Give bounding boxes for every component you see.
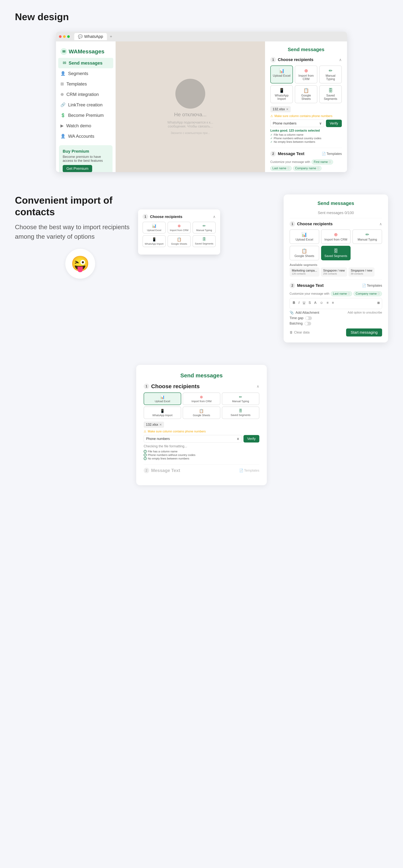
s3-step1-num-title: 1 Choose recipients xyxy=(144,383,199,390)
back-tag-last-name[interactable]: Last name ⓘ xyxy=(331,291,352,296)
segment-item-0[interactable]: Marketing campa... 126 contacts xyxy=(289,268,319,277)
back-import-btn-crm[interactable]: ⊕ Import from CRM xyxy=(321,229,351,244)
segment-name-0: Marketing campa... xyxy=(292,269,317,272)
strikethrough-btn[interactable]: S xyxy=(308,301,312,305)
time-gap-label: Time gap xyxy=(289,316,303,320)
premium-icon: 💲 xyxy=(60,113,65,118)
float-btn-whatsapp[interactable]: 📱 WhatsApp Import xyxy=(143,235,166,247)
segment-item-1[interactable]: Singapore / new 256 contacts xyxy=(321,268,347,277)
import-btn-manual[interactable]: ✏ Manual Typing xyxy=(319,65,342,84)
back-templates-link[interactable]: 📄 Templates xyxy=(362,283,382,287)
message-editor: B I U S A ☺ ≡ ≡ ⊞ xyxy=(289,298,382,309)
verify-button[interactable]: Verify xyxy=(326,120,342,127)
s3-btn-manual[interactable]: ✏ Manual Typing xyxy=(222,393,259,405)
s3-step1-chevron-icon[interactable]: ∧ xyxy=(256,384,259,389)
tag-company-name[interactable]: Company name ⓘ xyxy=(293,166,321,171)
import-btn-upload-excel[interactable]: 📊 Upload Excel xyxy=(270,65,293,84)
back-tag-info-0: ⓘ xyxy=(348,292,350,296)
back-tag-last-name-label: Last name xyxy=(333,292,347,296)
templates-link-label: Templates xyxy=(327,152,342,156)
s3-templates-link[interactable]: 📄 Templates xyxy=(239,468,259,472)
sidebar-item-wa-accounts[interactable]: 👤 WA Accounts xyxy=(56,131,116,142)
s3-step2-num: 2 xyxy=(144,468,149,473)
browser-minimize-dot[interactable] xyxy=(63,35,66,38)
sidebar-item-segments[interactable]: 👤 Segments xyxy=(56,68,116,79)
batching-toggle[interactable] xyxy=(305,322,311,326)
list-btn[interactable]: ≡ xyxy=(326,301,329,305)
time-gap-toggle[interactable] xyxy=(305,316,312,320)
templates-link[interactable]: 📄 Templates xyxy=(322,152,342,156)
tag-first-name[interactable]: First name ⓘ xyxy=(312,160,333,164)
tag-last-name-label: Last name xyxy=(272,167,286,170)
s3-btn-google[interactable]: 📋 Google Sheets xyxy=(183,406,220,419)
float-btn-crm[interactable]: ⊕ Import from CRM xyxy=(167,222,191,234)
google-sheets-icon: 📋 xyxy=(297,88,315,93)
s3-btn-crm[interactable]: ⊕ Import from CRM xyxy=(183,393,220,405)
column-dropdown[interactable]: Phone numbers ∨ xyxy=(270,120,324,127)
back-import-btn-google[interactable]: 📋 Google Sheets xyxy=(289,246,319,260)
step1-header: 1 Choose recipients ∧ xyxy=(270,57,342,63)
bold-btn[interactable]: B xyxy=(292,301,296,305)
sidebar-item-premium[interactable]: 💲 Become Premium xyxy=(56,110,116,121)
float-btn-google[interactable]: 📋 Google Sheets xyxy=(167,235,191,247)
sidebar-item-watch-demo[interactable]: ▶ Watch demo xyxy=(56,121,116,131)
check-item-0: ✓ File has a column name xyxy=(270,133,342,136)
float-chevron-icon[interactable]: ∧ xyxy=(213,214,216,219)
float-btn-saved[interactable]: 🗄 Saved Segments xyxy=(192,235,216,247)
back-tag-company[interactable]: Company name ⓘ xyxy=(353,291,382,296)
back-google-icon: 📋 xyxy=(291,248,317,254)
import-btn-whatsapp[interactable]: 📱 WhatsApp Import xyxy=(270,85,293,103)
section2-heading: Convenient import of contacts xyxy=(15,194,146,218)
back-step1-chevron-icon[interactable]: ∧ xyxy=(379,222,382,226)
float-btn-excel[interactable]: 📊 Upload Excel xyxy=(143,222,166,234)
sidebar-item-send-messages[interactable]: ✉ Send messages xyxy=(58,58,113,68)
s3-btn-saved[interactable]: 🗄 Saved Segments xyxy=(222,406,259,419)
sidebar-crm-label: CRM integration xyxy=(66,92,99,97)
sidebar-templates-label: Templates xyxy=(66,81,87,87)
start-messaging-button[interactable]: Start messaging xyxy=(346,329,382,337)
browser-maximize-dot[interactable] xyxy=(67,35,70,38)
list2-btn[interactable]: ≡ xyxy=(331,301,335,305)
sidebar-item-crm[interactable]: ⊕ CRM integration xyxy=(56,89,116,100)
back-import-grid: 📊 Upload Excel ⊕ Import from CRM ✏ Manua… xyxy=(289,229,382,260)
float-import-grid: 📊 Upload Excel ⊕ Import from CRM ✏ Manua… xyxy=(143,222,216,247)
sidebar-item-linktree[interactable]: 🔗 LinkTree creation xyxy=(56,100,116,110)
tag-last-name[interactable]: Last name ⓘ xyxy=(270,166,291,171)
back-crm-label: Import from CRM xyxy=(323,238,349,241)
step1-chevron-icon[interactable]: ∧ xyxy=(339,58,342,62)
back-import-btn-manual[interactable]: ✏ Manual Typing xyxy=(352,229,382,244)
sidebar-send-messages-label: Send messages xyxy=(69,60,102,66)
large-panel-title: Send messages xyxy=(289,200,382,206)
import-btn-crm[interactable]: ⊕ Import from CRM xyxy=(295,65,317,84)
import-btn-google-sheets[interactable]: 📋 Google Sheets xyxy=(295,85,317,103)
browser-tab[interactable]: 💬 WhatsApp xyxy=(74,33,107,40)
italic-btn[interactable]: I xyxy=(298,301,300,305)
back-import-btn-saved[interactable]: 🗄 Saved Segments xyxy=(321,246,351,260)
send-messages-icon: ✉ xyxy=(63,61,66,65)
s3-btn-whatsapp[interactable]: 📱 WhatsApp Import xyxy=(144,406,181,419)
new-tab-icon[interactable]: + xyxy=(110,34,112,39)
segment-item-2[interactable]: Singapore / new 39 contacts xyxy=(348,268,375,277)
s3-file-remove-button[interactable]: ✕ xyxy=(159,423,162,427)
more-btn[interactable]: ⊞ xyxy=(377,301,380,305)
text-color-btn[interactable]: A xyxy=(313,301,317,305)
wa-placeholder-note: Звоните с компьютера при... xyxy=(170,131,210,135)
file-remove-button[interactable]: ✕ xyxy=(286,107,288,111)
float-btn-manual[interactable]: ✏ Manual Typing xyxy=(192,222,216,234)
browser-close-dot[interactable] xyxy=(59,35,62,38)
emoji-btn[interactable]: ☺ xyxy=(319,301,324,305)
sidebar-item-templates[interactable]: ⊞ Templates xyxy=(56,79,116,89)
clear-data-button[interactable]: 🗑 Clear data xyxy=(289,331,310,335)
step1-number: 1 xyxy=(270,57,276,63)
get-premium-button[interactable]: Get Premium xyxy=(63,165,92,172)
s3-btn-excel[interactable]: 📊 Upload Excel xyxy=(144,393,181,405)
s3-column-dropdown[interactable]: Phone numbers ∨ xyxy=(144,435,242,442)
s3-verify-button[interactable]: Verify xyxy=(244,435,259,442)
s3-dropdown-chevron-icon: ∨ xyxy=(237,437,239,441)
back-import-btn-excel[interactable]: 📊 Upload Excel xyxy=(289,229,319,244)
float-whatsapp-icon: 📱 xyxy=(144,237,164,242)
warning-icon: ⚠ xyxy=(270,114,273,118)
import-btn-saved-segments[interactable]: 🗄 Saved Segments xyxy=(319,85,342,103)
clear-data-label: Clear data xyxy=(294,331,310,335)
underline-btn[interactable]: U xyxy=(302,301,306,305)
